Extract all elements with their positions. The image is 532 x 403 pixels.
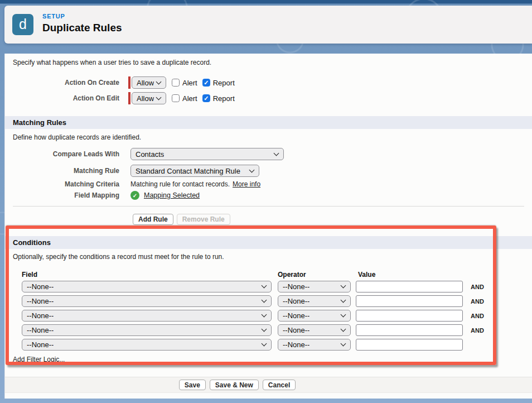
logic-and-label: AND (471, 298, 487, 305)
condition-value-input[interactable] (356, 281, 463, 292)
condition-value-input[interactable] (356, 310, 463, 322)
field-mapping-row: Field Mapping Mapping Selected (5, 190, 532, 200)
matching-criteria-row: Matching Criteria Matching rule for cont… (5, 180, 532, 189)
matching-intro-text: Define how duplicate records are identif… (13, 133, 141, 141)
compare-leads-with-row: Compare Leads With Contacts (5, 148, 532, 160)
condition-row: --None-- --None-- AND (22, 310, 487, 322)
condition-operator-select[interactable]: --None-- (278, 281, 351, 292)
required-indicator (128, 92, 130, 104)
action-on-create-select[interactable]: Allow (132, 76, 166, 89)
condition-operator-select[interactable]: --None-- (278, 310, 351, 322)
report-checkbox-label: Report (213, 94, 235, 103)
condition-field-select[interactable]: --None-- (22, 324, 272, 336)
conditions-intro-text: Optionally, specify the conditions a rec… (13, 253, 224, 261)
condition-row: --None-- --None-- (22, 339, 487, 351)
action-on-create-label: Action On Create (5, 79, 119, 87)
condition-field-select[interactable]: --None-- (22, 310, 272, 322)
chevron-down-icon (262, 312, 267, 318)
rule-buttons: Add Rule Remove Rule (133, 214, 230, 225)
chevron-down-icon (341, 341, 346, 347)
compare-leads-with-label: Compare Leads With (5, 150, 119, 158)
chevron-down-icon (341, 283, 346, 289)
chevron-down-icon (156, 94, 162, 100)
field-column-header: Field (22, 271, 278, 279)
section-divider (13, 206, 524, 207)
duplicate-rules-object-icon: d (12, 14, 33, 35)
action-on-edit-row: Action On Edit Allow Alert Report (5, 92, 532, 104)
condition-value-input[interactable] (356, 339, 463, 351)
action-on-create-row: Action On Create Allow Alert Report (5, 76, 532, 89)
condition-row: --None-- --None-- AND (22, 324, 487, 336)
condition-row: --None-- --None-- AND (22, 281, 487, 292)
logic-and-label: AND (471, 313, 487, 319)
alert-checkbox-label: Alert (182, 94, 197, 103)
matching-rule-label: Matching Rule (5, 167, 119, 175)
report-checkbox[interactable] (202, 94, 210, 102)
condition-value-input[interactable] (356, 295, 463, 307)
condition-field-select[interactable]: --None-- (22, 339, 272, 351)
chevron-down-icon (274, 150, 279, 156)
save-and-new-button[interactable]: Save & New (210, 380, 259, 390)
report-checkbox-label: Report (213, 79, 235, 87)
condition-field-select[interactable]: --None-- (22, 295, 272, 307)
add-rule-button[interactable]: Add Rule (133, 214, 173, 225)
report-checkbox[interactable] (202, 79, 210, 87)
compare-leads-with-select[interactable]: Contacts (130, 148, 284, 160)
remove-rule-button: Remove Rule (177, 214, 230, 225)
action-on-edit-label: Action On Edit (5, 94, 119, 102)
alert-checkbox-label: Alert (182, 79, 197, 87)
condition-value-input[interactable] (356, 324, 463, 336)
alert-checkbox[interactable] (172, 94, 180, 102)
actions-intro-text: Specify what happens when a user tries t… (13, 59, 211, 66)
matching-rule-row: Matching Rule Standard Contact Matching … (5, 165, 532, 177)
save-button[interactable]: Save (179, 380, 206, 390)
matching-rule-select[interactable]: Standard Contact Matching Rule (130, 165, 259, 177)
matching-rules-section-header: Matching Rules (5, 116, 532, 129)
chevron-down-icon (262, 341, 267, 347)
setup-background: d SETUP Duplicate Rules Specify what hap… (0, 0, 532, 403)
condition-field-select[interactable]: --None-- (22, 281, 272, 292)
chevron-down-icon (249, 167, 255, 172)
add-filter-logic-link[interactable]: Add Filter Logic... (13, 356, 65, 363)
required-indicator (128, 76, 130, 89)
chevron-down-icon (262, 283, 267, 289)
conditions-rows: --None-- --None-- AND --None-- --None-- … (22, 281, 487, 351)
more-info-link[interactable]: More info (233, 180, 260, 188)
matching-criteria-text: Matching rule for contact records. (130, 180, 230, 188)
conditions-section-header: Conditions (5, 236, 532, 249)
chevron-down-icon (156, 79, 162, 84)
setup-breadcrumb: SETUP (42, 13, 65, 20)
condition-row: --None-- --None-- AND (22, 295, 487, 307)
condition-operator-select[interactable]: --None-- (278, 339, 351, 351)
chevron-down-icon (262, 298, 267, 303)
main-content: Specify what happens when a user tries t… (4, 54, 532, 399)
conditions-column-headers: Field Operator Value (22, 271, 375, 279)
cancel-button[interactable]: Cancel (263, 380, 296, 390)
matching-criteria-label: Matching Criteria (5, 180, 119, 188)
value-column-header: Value (358, 271, 375, 279)
logic-and-label: AND (471, 327, 487, 334)
page-title: Duplicate Rules (42, 22, 122, 34)
operator-column-header: Operator (278, 271, 358, 279)
field-mapping-label: Field Mapping (5, 191, 119, 199)
condition-operator-select[interactable]: --None-- (278, 324, 351, 336)
chevron-down-icon (341, 327, 346, 332)
page-header: d SETUP Duplicate Rules (4, 6, 532, 44)
chevron-down-icon (341, 312, 346, 318)
success-check-icon (130, 191, 139, 200)
alert-checkbox[interactable] (172, 79, 180, 87)
footer-bar: Save Save & New Cancel (5, 377, 532, 393)
logic-and-label: AND (471, 284, 487, 290)
mapping-selected-link[interactable]: Mapping Selected (144, 191, 200, 199)
condition-operator-select[interactable]: --None-- (278, 295, 351, 307)
chevron-down-icon (262, 327, 267, 332)
action-on-edit-select[interactable]: Allow (132, 92, 166, 104)
chevron-down-icon (341, 298, 346, 303)
